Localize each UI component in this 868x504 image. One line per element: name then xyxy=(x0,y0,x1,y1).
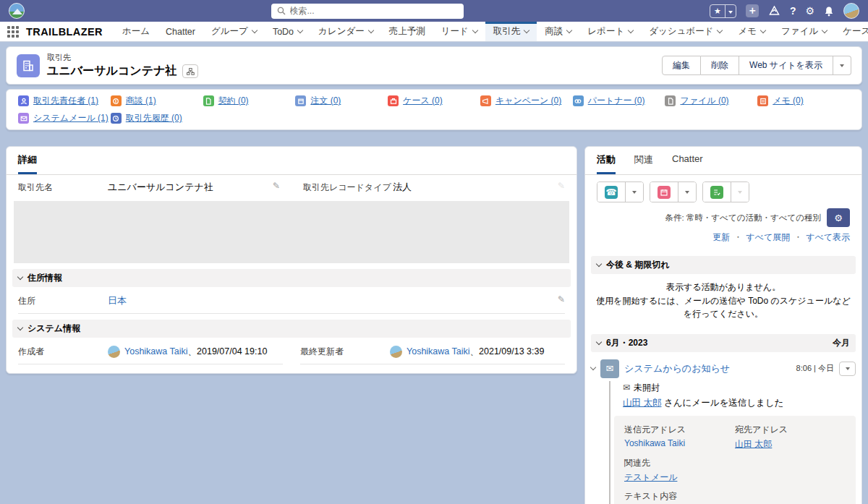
new-event-button[interactable] xyxy=(650,182,678,202)
nav-tab-groups[interactable]: グループ xyxy=(203,22,265,41)
global-search[interactable] xyxy=(271,4,464,19)
field-modified-by: 最終更新者 Yoshikawa Taiki、2021/09/13 3:39 xyxy=(300,338,565,364)
nav-tab-home[interactable]: ホーム xyxy=(114,22,158,41)
email-subject-link[interactable]: システムからのお知らせ xyxy=(624,362,791,375)
section-address-info[interactable]: 住所情報 xyxy=(12,269,571,287)
app-launcher-icon[interactable] xyxy=(7,26,19,38)
created-date: 、2019/07/04 19:10 xyxy=(188,346,268,358)
main-columns: 詳細 取引先名 ユニバーサルコンテナ社 ✎ 取引先レコードタイプ 法人 ✎ 住所… xyxy=(6,146,862,504)
field-created-by: 作成者 Yoshikawa Taiki、2019/07/04 19:10 xyxy=(18,338,283,364)
recipient-link[interactable]: 山田 太郎 xyxy=(623,398,661,408)
related-link-contacts[interactable]: 取引先責任者 (1) xyxy=(18,95,111,107)
triangle-down-icon xyxy=(840,64,844,67)
section-upcoming-overdue[interactable]: 今後 & 期限切れ xyxy=(591,256,856,274)
related-link-account-history[interactable]: 取引先履歴 (0) xyxy=(111,112,203,124)
related-link-contracts[interactable]: 契約 (0) xyxy=(203,95,296,107)
setup-gear-icon[interactable]: ⚙ xyxy=(805,6,814,16)
activity-quick-actions: ☎ xyxy=(585,175,861,206)
new-task-button[interactable] xyxy=(703,182,731,202)
nav-tab-forecast[interactable]: 売上予測 xyxy=(381,22,433,41)
nav-tab-chatter[interactable]: Chatter xyxy=(158,22,203,41)
nav-tab-opportunities[interactable]: 商談 xyxy=(537,22,579,41)
details-panel: 詳細 取引先名 ユニバーサルコンテナ社 ✎ 取引先レコードタイプ 法人 ✎ 住所… xyxy=(6,146,577,374)
help-icon[interactable]: ? xyxy=(790,6,796,16)
chevron-down-icon xyxy=(596,261,602,267)
log-call-button[interactable]: ☎ xyxy=(597,182,625,202)
nav-tab-todo[interactable]: ToDo xyxy=(265,22,310,41)
notifications-bell-icon[interactable] xyxy=(824,6,834,17)
field-address: 住所 日本 ✎ xyxy=(18,287,565,314)
chevron-down-icon xyxy=(717,27,723,33)
history-clock-icon xyxy=(111,113,122,124)
delete-button[interactable]: 削除 xyxy=(701,56,739,75)
chevron-down-icon xyxy=(628,27,634,33)
related-link-campaigns[interactable]: キャンペーン (0) xyxy=(480,95,573,107)
related-link-system-mail[interactable]: システムメール (1) xyxy=(18,112,111,124)
section-month[interactable]: 6月・2023 今月 xyxy=(591,334,856,352)
task-icon xyxy=(710,186,723,199)
edit-pencil-icon[interactable]: ✎ xyxy=(558,294,565,304)
email-actions-dropdown[interactable] xyxy=(839,362,856,376)
global-actions-icon[interactable]: ＋ xyxy=(746,4,759,17)
edit-button[interactable]: 編集 xyxy=(662,56,701,75)
app-navigation: TRAILBLAZER ホーム Chatter グループ ToDo カレンダー … xyxy=(0,22,868,42)
created-by-link[interactable]: Yoshikawa Taiki xyxy=(124,346,188,356)
nav-tab-cases[interactable]: ケース xyxy=(835,22,868,41)
avatar xyxy=(390,346,402,358)
activity-filter-gear-button[interactable]: ⚙ xyxy=(827,208,850,227)
new-event-dropdown[interactable] xyxy=(678,182,696,202)
campaign-icon xyxy=(480,95,491,106)
tab-activity[interactable]: 活動 xyxy=(597,153,616,174)
expand-all-link[interactable]: すべて展開 xyxy=(746,231,790,244)
email-text-content: テキスト内容 ユニバーサルコンテナ社 ヤマダ タロウ 様 お世話になっております… xyxy=(624,490,846,504)
item-chevron-icon[interactable] xyxy=(590,364,596,370)
log-call-dropdown[interactable] xyxy=(625,182,643,202)
favorites-chevron-icon[interactable] xyxy=(726,6,736,16)
related-link-notes[interactable]: メモ (0) xyxy=(757,95,850,107)
nav-tab-files[interactable]: ファイル xyxy=(773,22,835,41)
nav-tab-dashboards[interactable]: ダッシュボード xyxy=(641,22,730,41)
address-link[interactable]: 日本 xyxy=(108,295,127,306)
file-icon xyxy=(665,95,676,106)
related-link-orders[interactable]: 注文 (0) xyxy=(295,95,388,107)
this-month-badge: 今月 xyxy=(833,337,850,349)
case-icon xyxy=(388,95,399,106)
to-address-link[interactable]: 山田 太郎 xyxy=(735,439,772,449)
favorites-button[interactable]: ★ xyxy=(710,4,736,18)
section-system-info[interactable]: システム情報 xyxy=(12,320,571,338)
tab-chatter[interactable]: Chatter xyxy=(672,153,703,174)
modified-by-link[interactable]: Yoshikawa Taiki xyxy=(407,346,470,356)
email-status: ✉ 未開封 xyxy=(623,382,856,394)
email-timestamp: 8:06 | 今日 xyxy=(796,363,834,374)
edit-pencil-icon[interactable]: ✎ xyxy=(273,181,280,191)
nav-tab-notes[interactable]: メモ xyxy=(730,22,773,41)
tab-details[interactable]: 詳細 xyxy=(18,153,37,174)
user-avatar[interactable] xyxy=(843,3,859,19)
more-actions-button[interactable] xyxy=(833,56,851,75)
email-to: 宛先アドレス 山田 太郎 xyxy=(735,424,846,450)
app-name: TRAILBLAZER xyxy=(26,26,103,38)
from-address-link[interactable]: Yoshikawa Taiki xyxy=(624,438,685,448)
refresh-link[interactable]: 更新 xyxy=(712,231,730,244)
trailhead-help-icon[interactable] xyxy=(768,6,780,16)
related-to-link[interactable]: テストメール xyxy=(624,472,677,482)
partner-icon xyxy=(573,95,584,106)
timeline-line xyxy=(609,381,610,504)
related-link-files[interactable]: ファイル (0) xyxy=(665,95,757,107)
search-input[interactable] xyxy=(290,6,458,16)
view-all-link[interactable]: すべて表示 xyxy=(806,231,850,244)
view-website-button[interactable]: Web サイトを表示 xyxy=(739,56,833,75)
nav-tab-leads[interactable]: リード xyxy=(433,22,485,41)
note-icon xyxy=(757,95,768,106)
related-link-partners[interactable]: パートナー (0) xyxy=(573,95,665,107)
chevron-down-icon xyxy=(17,325,23,330)
field-label: 作成者 xyxy=(18,345,108,358)
nav-tab-calendar[interactable]: カレンダー xyxy=(310,22,381,41)
related-link-opportunities[interactable]: 商談 (1) xyxy=(111,95,203,107)
nav-tab-accounts[interactable]: 取引先 xyxy=(485,22,537,41)
nav-tab-reports[interactable]: レポート xyxy=(579,22,641,41)
new-task-dropdown xyxy=(731,182,749,202)
related-link-cases[interactable]: ケース (0) xyxy=(388,95,480,107)
tab-related[interactable]: 関連 xyxy=(634,153,653,174)
account-hierarchy-button[interactable] xyxy=(182,64,198,78)
